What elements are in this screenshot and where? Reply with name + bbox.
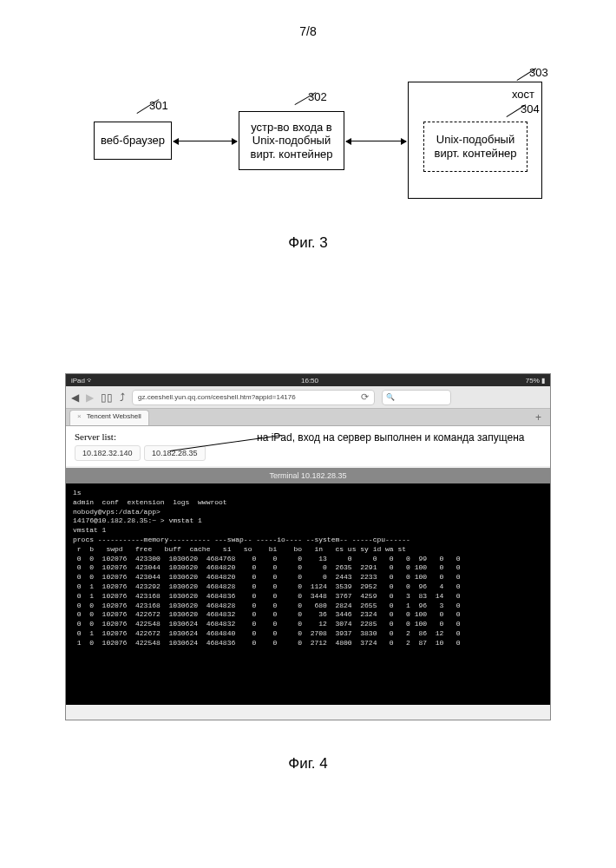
url-text: gz.ceeshell.yun.qq.com/ceeshell.htm?appi… [138,393,296,401]
box-web-browser: веб-браузер [94,122,172,160]
tab-webshell[interactable]: × Tencent Webshell [69,410,149,425]
annotation-text: на iPad, вход на сервер выполнен и коман… [257,431,534,445]
status-bar: iPad ᯤ 16:50 75% ▮ [66,374,550,386]
bookmarks-icon[interactable]: ▯▯ [101,391,113,404]
url-bar[interactable]: gz.ceeshell.yun.qq.com/ceeshell.htm?appi… [132,390,375,405]
new-tab-button[interactable]: + [530,411,547,424]
ipad-screenshot: iPad ᯤ 16:50 75% ▮ ◀ ▶ ▯▯ ⤴ gz.ceeshell.… [65,373,551,720]
label-301: 301 [149,99,168,112]
terminal-output: ls admin conf extension logs wwwroot nob… [66,483,550,705]
box-304-text: Unix-подобный вирт. контейнер [428,133,523,160]
label-303: 303 [529,66,548,79]
box-login-device: устр-во входа в Unix-подобный вирт. конт… [239,111,344,170]
ip-chip-1[interactable]: 10.182.32.140 [75,445,141,461]
status-left: iPad ᯤ [71,377,94,385]
refresh-icon[interactable]: ⟳ [361,391,369,403]
tab-title: Tencent Webshell [87,412,141,420]
terminal-header: Terminal 10.182.28.35 [66,468,550,483]
status-time: 16:50 [301,377,318,385]
box-virt-container: Unix-подобный вирт. контейнер [423,122,528,172]
box-303-text: хост [512,88,534,102]
forward-button[interactable]: ▶ [86,391,94,404]
search-field[interactable]: 🔍 [382,390,451,405]
box-302-text: устр-во входа в Unix-подобный вирт. конт… [243,121,340,161]
close-icon[interactable]: × [77,412,82,420]
search-icon: 🔍 [386,393,395,401]
page-number: 7/8 [299,24,316,38]
browser-toolbar: ◀ ▶ ▯▯ ⤴ gz.ceeshell.yun.qq.com/ceeshell… [66,386,550,409]
figure-3-caption: Фиг. 3 [288,234,327,252]
back-button[interactable]: ◀ [71,391,79,404]
box-301-text: веб-браузер [101,134,165,148]
status-battery: 75% ▮ [526,377,545,385]
label-302: 302 [308,90,327,103]
figure-4-caption: Фиг. 4 [288,755,327,773]
arrow-browser-device [174,141,237,141]
page-content: Server list: 10.182.32.140 10.182.28.35 … [66,426,550,466]
arrow-device-host [346,141,406,141]
share-icon[interactable]: ⤴ [120,391,125,404]
tab-bar: × Tencent Webshell + [66,409,550,426]
figure-3: 301 веб-браузер 302 устр-во входа в Unix… [69,78,547,252]
